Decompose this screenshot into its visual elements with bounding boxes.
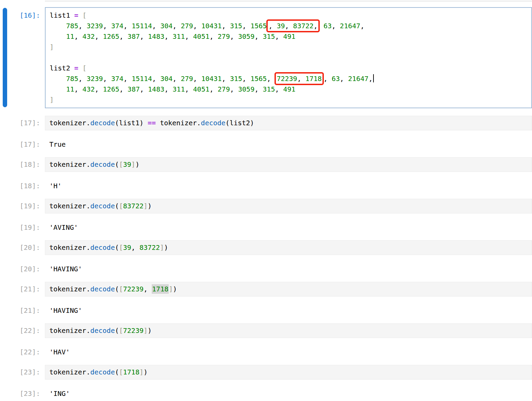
code-line: ] [50,42,527,52]
code-token [78,64,82,72]
code-token: 315 [263,85,275,93]
code-token: ( [115,368,119,376]
code-token: 374 [111,75,123,83]
cell-19-editor[interactable]: tokenizer.decode([83722]) [45,199,532,213]
code-token: 1265 [103,32,119,41]
code-line: 785, 3239, 374, 15114, 304, 279, 10431, … [50,21,527,31]
cell-17-input-prompt: [17]: [0,116,45,128]
code-token: 83722 [293,22,314,30]
code-token: 4051 [193,32,210,41]
code-token: 785 [66,75,78,83]
code-token [70,64,74,72]
code-token: tokenizer [49,119,86,127]
code-token: , [95,85,103,93]
code-token: , [140,32,148,41]
code-token: tokenizer [160,119,197,127]
code-token: ] [160,243,164,252]
code-token: ) [135,160,139,169]
code-token: 387 [128,32,140,41]
code-token: 4051 [193,85,210,93]
code-token: . [86,368,90,376]
code-token: , [193,75,201,83]
code-cell-21: [21]: tokenizer.decode([72239, 1718]) [0,282,532,296]
code-line: tokenizer.decode([39]) [49,159,528,170]
code-token: ] [50,96,54,104]
code-token: , [297,75,305,83]
code-token: , [95,32,103,41]
code-cell-17: [17]: tokenizer.decode(list1) == tokeniz… [0,116,532,130]
cell-20-editor[interactable]: tokenizer.decode([39, 83722]) [45,240,532,255]
cell-19-input-prompt: [19]: [0,199,45,211]
code-token: [ [119,243,123,252]
code-token: ( [115,243,119,252]
code-token: [ [82,64,86,72]
code-token: 83722 [139,243,160,252]
code-token: 315 [263,32,275,41]
code-token: , [164,85,172,93]
output-text: 'AVING' [45,222,532,233]
output-text: 'HAVING' [45,264,532,274]
code-token: , [74,85,82,93]
code-token: tokenizer [49,285,86,293]
code-token: list1 [119,119,139,127]
code-token: [ [119,160,123,169]
output-text: True [45,139,532,150]
cell-22-editor[interactable]: tokenizer.decode([72239]) [45,323,532,338]
code-token: 1718 [123,368,139,376]
active-cell-collapser[interactable] [3,8,7,107]
code-token: , [222,75,230,83]
cell-23-editor[interactable]: tokenizer.decode([1718]) [45,365,532,380]
code-token: 311 [172,32,185,41]
code-token: , [164,32,172,41]
code-token: ( [115,285,119,293]
code-token: 21647 [348,75,368,83]
code-token: tokenizer [49,243,86,252]
code-token [50,22,66,30]
code-token: 491 [283,32,296,41]
code-token: 1483 [148,85,164,93]
cell-20-input-prompt: [20]: [0,240,45,253]
code-token: , [340,75,348,83]
code-token: 3239 [86,22,103,30]
cell-21-editor[interactable]: tokenizer.decode([72239, 1718]) [45,282,532,296]
code-token: , [78,22,86,30]
code-token: , [210,85,218,93]
code-token: , [131,243,139,252]
code-token: 1565 [250,22,267,30]
cell-23-output-prompt: [23]: [0,388,45,399]
code-token: , [185,32,193,41]
code-token: = [74,64,78,72]
code-token: 432 [82,85,95,93]
cell-18-input-prompt: [18]: [0,157,45,170]
code-token: 11 [66,85,74,93]
code-token: 1565 [250,75,267,83]
code-token: 10431 [201,75,222,83]
cell-16-editor[interactable]: list1 = [ 785, 3239, 374, 15114, 304, 27… [45,7,532,108]
cell-17-editor[interactable]: tokenizer.decode(list1) == tokenizer.dec… [45,116,532,130]
code-token: 491 [283,85,296,93]
code-token: , [368,75,372,83]
code-token: 72239 [123,326,144,335]
code-token: . [197,119,201,127]
code-token: ( [226,119,230,127]
code-token: 279 [218,85,230,93]
code-token: tokenizer [49,326,86,335]
code-token: 83722 [123,202,144,210]
code-token: ] [50,43,54,51]
cell-18-editor[interactable]: tokenizer.decode([39]) [45,157,532,172]
code-token: ( [115,160,119,169]
output-text: 'H' [45,181,532,191]
code-token: 63 [332,75,340,83]
output-text: 'ING' [45,388,532,399]
code-token: [ [119,368,123,376]
code-token [319,22,323,30]
code-token: . [86,243,90,252]
code-token: 15114 [132,22,152,30]
code-token: decode [90,368,115,376]
code-token: , [275,32,283,41]
code-token: , [123,75,132,83]
code-token: 3239 [86,75,103,83]
code-token: 39 [123,243,131,252]
cell-22-output-prompt: [22]: [0,347,45,357]
code-cell-16: [16]: list1 = [ 785, 3239, 374, 15114, 3… [0,7,532,108]
